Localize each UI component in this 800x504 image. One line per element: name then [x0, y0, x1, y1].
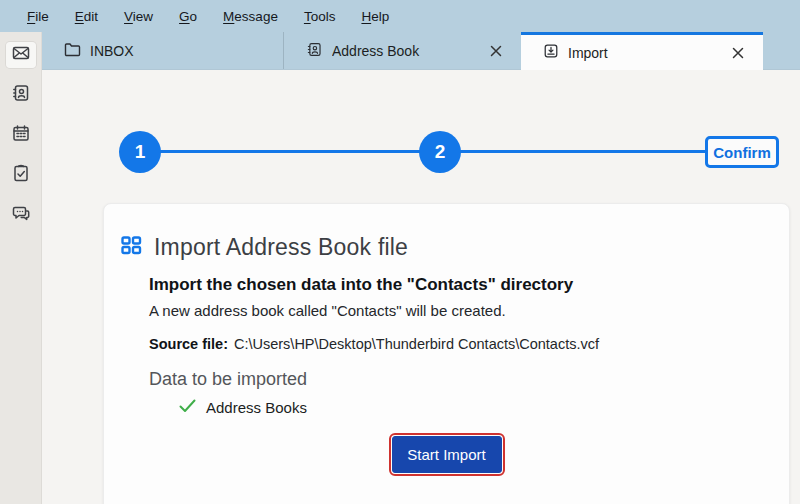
tab-address-book[interactable]: Address Book	[283, 32, 521, 69]
list-item: Address Books	[179, 399, 744, 416]
menu-help[interactable]: Help	[354, 6, 396, 27]
sidebar-item-calendar[interactable]	[6, 122, 36, 148]
tab-address-book-label: Address Book	[332, 43, 476, 59]
menu-message[interactable]: Message	[216, 6, 285, 27]
sidebar-item-tasks[interactable]	[6, 162, 36, 188]
address-book-icon	[11, 83, 31, 107]
step-1-badge: 1	[119, 131, 161, 173]
import-panel-header: Import Address Book file	[121, 234, 744, 261]
close-icon[interactable]	[727, 42, 749, 64]
menu-view[interactable]: View	[117, 6, 160, 27]
source-file-line: Source file:C:\Users\HP\Desktop\Thunderb…	[149, 336, 744, 352]
calendar-icon	[11, 123, 31, 147]
thunderbird-window: File Edit View Go Message Tools Help	[0, 0, 800, 504]
data-item-label: Address Books	[206, 399, 307, 416]
tab-inbox-label: INBOX	[90, 43, 269, 59]
tasks-icon	[11, 163, 31, 187]
chat-icon	[11, 203, 31, 227]
step-2-badge: 2	[419, 131, 461, 173]
close-icon[interactable]	[485, 40, 507, 62]
start-import-button[interactable]: Start Import	[392, 436, 502, 473]
tab-bar: INBOX Address Book Import	[42, 32, 800, 70]
sidebar-item-chat[interactable]	[6, 202, 36, 228]
menu-bar: File Edit View Go Message Tools Help	[0, 0, 800, 32]
source-file-path: C:\Users\HP\Desktop\Thunderbird Contacts…	[234, 336, 599, 352]
data-section-title: Data to be imported	[149, 369, 744, 390]
button-row: Start Import	[149, 436, 744, 473]
folder-icon	[64, 42, 81, 60]
source-file-label: Source file:	[149, 336, 228, 352]
import-icon	[543, 43, 559, 62]
mail-icon	[11, 43, 31, 67]
step-confirm-badge: Confirm	[705, 136, 779, 168]
sidebar-item-mail[interactable]	[6, 42, 36, 68]
tab-import-label: Import	[568, 45, 718, 61]
import-subtitle: Import the chosen data into the "Contact…	[149, 275, 744, 295]
menu-file[interactable]: File	[20, 6, 56, 27]
import-wizard: 1 2 Confirm Import Address Book file Imp…	[42, 70, 800, 504]
tab-import[interactable]: Import	[521, 32, 763, 70]
check-icon	[179, 399, 196, 416]
app-grid-icon	[121, 236, 142, 259]
page-title: Import Address Book file	[154, 234, 408, 261]
menu-go[interactable]: Go	[172, 6, 204, 27]
menu-tools[interactable]: Tools	[297, 6, 343, 27]
tab-inbox[interactable]: INBOX	[42, 32, 283, 69]
sidebar-item-address-book[interactable]	[6, 82, 36, 108]
address-book-icon	[306, 41, 323, 61]
import-description: A new address book called "Contacts" wil…	[149, 302, 744, 319]
spaces-toolbar	[0, 32, 42, 504]
menu-edit[interactable]: Edit	[68, 6, 105, 27]
import-panel: Import Address Book file Import the chos…	[103, 203, 790, 504]
